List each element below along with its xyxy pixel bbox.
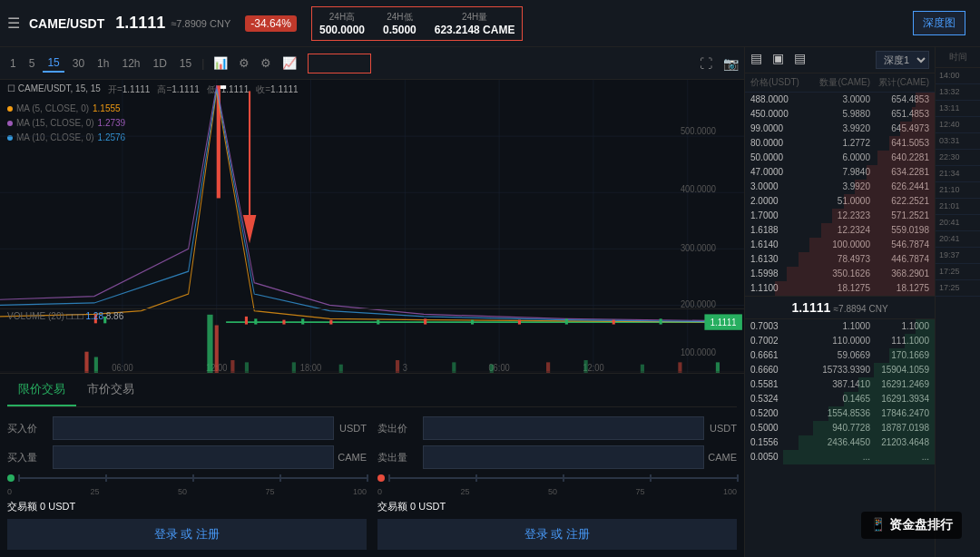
svg-rect-56	[584, 360, 588, 373]
time-item: 21:10	[936, 182, 980, 199]
interval-5[interactable]: 5	[24, 55, 40, 72]
ob-tab-icon-2[interactable]: ▣	[772, 51, 790, 69]
lbl-0: 0	[7, 487, 12, 496]
sell-price-row: 卖出价 USDT	[377, 416, 737, 440]
interval-12h[interactable]: 12h	[117, 55, 144, 72]
time-item: 21:34	[936, 166, 980, 182]
time-header: 时间	[936, 47, 980, 68]
slbl-50: 50	[548, 487, 557, 496]
svg-rect-46	[207, 315, 212, 373]
chart-type-icon[interactable]: 📊	[210, 54, 231, 72]
svg-rect-45	[94, 357, 98, 373]
trade-tabs: 限价交易 市价交易	[7, 374, 737, 407]
price-change: -34.64%	[245, 15, 297, 32]
top-bar: ☰ CAME/USDT 1.1111 ≈7.8909 CNY -34.64% 2…	[0, 0, 980, 47]
time-item: 22:30	[936, 150, 980, 166]
current-price: 1.1111	[115, 14, 165, 33]
vol-label: 24H量	[462, 11, 487, 24]
mid-price-row: 1.1111 ≈7.8894 CNY	[745, 296, 935, 319]
svg-rect-59	[716, 362, 720, 373]
interval-30[interactable]: 30	[68, 55, 89, 72]
bid-price: 0.7002	[750, 335, 811, 347]
buy-login-button[interactable]: 登录 或 注册	[7, 519, 367, 550]
bid-row: 0.7003 1.1000 1.1000	[745, 319, 935, 334]
sell-login-button[interactable]: 登录 或 注册	[377, 519, 737, 550]
sell-qty-label: 卖出量	[377, 451, 423, 464]
sell-slider-dot	[377, 474, 385, 482]
buy-slider-dot	[7, 474, 15, 482]
bid-row: 0.7002 110.0000 111.1000	[745, 334, 935, 348]
time-item: 21:01	[936, 199, 980, 215]
sell-price-input[interactable]	[423, 416, 704, 440]
svg-rect-44	[84, 352, 88, 373]
sell-qty-row: 卖出量 CAME	[377, 445, 737, 469]
tab-market[interactable]: 市价交易	[76, 374, 145, 406]
sell-slider-track[interactable]	[388, 477, 737, 479]
ob-tab-icon-3[interactable]: ▤	[794, 51, 812, 69]
expand-icon[interactable]: ⛶	[700, 56, 712, 71]
time-item: 03:31	[936, 133, 980, 150]
buy-qty-label: 买入量	[7, 451, 53, 464]
tab-limit[interactable]: 限价交易	[7, 374, 76, 406]
asks-container: 488.0000 3.0000 654.4853 450.0000 5.9880…	[745, 93, 935, 296]
buy-slider-labels: 0 25 50 75 100	[7, 487, 367, 496]
ask-price: 47.0000	[750, 166, 811, 179]
vol-value: 623.2148 CAME	[435, 24, 515, 36]
lbl-75: 75	[265, 487, 274, 496]
ob-total-header: 累计(CAME)	[870, 76, 929, 89]
time-item: 14:00	[936, 68, 980, 84]
stk-100	[737, 474, 739, 482]
bid-row: 0.6660 15733.9390 15904.1059	[745, 363, 935, 377]
bid-qty: 110.0000	[811, 335, 870, 347]
ask-price: 1.6140	[750, 239, 811, 251]
bid-qty: 59.0669	[811, 349, 870, 362]
stk-50	[563, 474, 564, 482]
buy-slider-track[interactable]	[18, 477, 367, 479]
depth-button[interactable]: 深度图	[913, 11, 965, 35]
ask-price: 50.0000	[750, 151, 811, 164]
ask-price: 1.7000	[750, 210, 811, 222]
bid-row: 0.0050 ... ...	[745, 450, 935, 464]
svg-rect-49	[245, 362, 249, 373]
menu-icon[interactable]: ☰	[7, 15, 20, 32]
svg-rect-52	[396, 360, 399, 373]
ask-qty: 1.2772	[811, 137, 870, 150]
stat-high: 24H高 500.0000	[319, 11, 365, 36]
indicator-icon[interactable]: ⚙	[235, 54, 253, 72]
slbl-25: 25	[460, 487, 469, 496]
ob-qty-header: 数量(CAME)	[811, 76, 870, 89]
sell-qty-unit: CAME	[708, 452, 737, 463]
time-item: 20:41	[936, 231, 980, 248]
svg-marker-13	[243, 215, 257, 243]
sell-qty-input[interactable]	[423, 445, 704, 469]
mid-price-cny: ≈7.8894 CNY	[834, 304, 888, 314]
price-cny: ≈7.8909 CNY	[171, 18, 230, 29]
ob-header: 价格(USDT) 数量(CAME) 累计(CAME)	[745, 73, 935, 93]
camera-icon[interactable]: 📷	[723, 56, 739, 71]
depth-select[interactable]: 深度1 深度5	[876, 51, 929, 69]
svg-rect-50	[292, 362, 296, 373]
bid-row: 0.6661 59.0669 170.1669	[745, 348, 935, 363]
interval-15[interactable]: 15	[43, 54, 64, 73]
ob-tab-icon-1[interactable]: ▤	[750, 51, 769, 69]
ob-price-header: 价格(USDT)	[750, 76, 811, 89]
interval-1d[interactable]: 1D	[148, 55, 171, 72]
buy-qty-unit: CAME	[338, 452, 367, 463]
svg-text:500.0000: 500.0000	[681, 125, 716, 136]
settings-icon[interactable]: ⚙	[257, 54, 275, 72]
tick-75	[279, 474, 281, 482]
bid-row: 0.5200 1554.8536 17846.2470	[745, 406, 935, 421]
time-item: 19:37	[936, 248, 980, 264]
ask-qty: 3.9920	[811, 122, 870, 135]
buy-price-input[interactable]	[53, 416, 334, 440]
interval-1[interactable]: 1	[5, 55, 21, 72]
ask-price: 80.0000	[750, 137, 811, 150]
tools-icon[interactable]: 📈	[279, 54, 300, 72]
sell-summary-value: 0 USDT	[410, 501, 446, 512]
ob-body: 488.0000 3.0000 654.4853 450.0000 5.9880…	[745, 93, 935, 557]
svg-rect-53	[452, 362, 456, 373]
buy-qty-input[interactable]	[53, 445, 334, 469]
bid-price: 0.6660	[750, 364, 811, 376]
interval-15b[interactable]: 15	[175, 55, 196, 72]
interval-1h[interactable]: 1h	[93, 55, 113, 72]
